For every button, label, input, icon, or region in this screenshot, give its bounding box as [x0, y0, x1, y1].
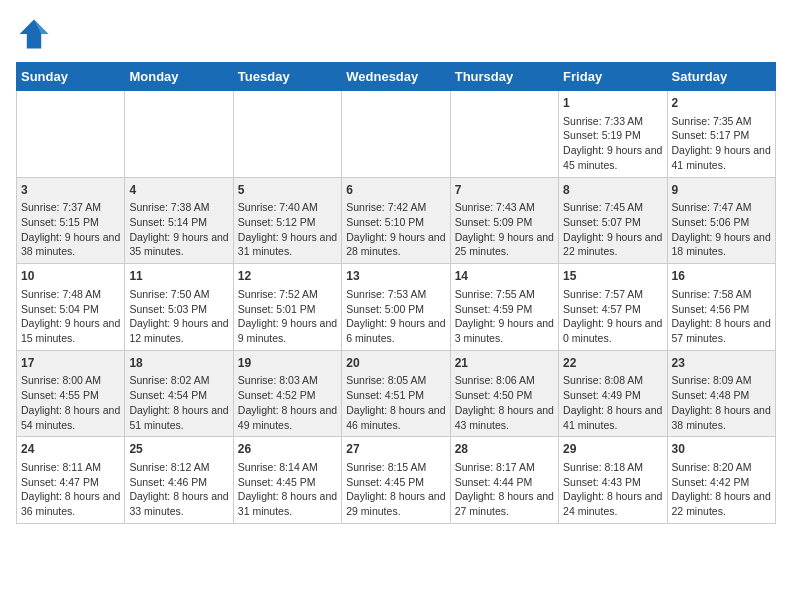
day-number: 22 — [563, 355, 662, 372]
sunset-text: Sunset: 4:57 PM — [563, 302, 662, 317]
day-number: 12 — [238, 268, 337, 285]
sunset-text: Sunset: 4:42 PM — [672, 475, 771, 490]
day-number: 24 — [21, 441, 120, 458]
calendar-cell: 13Sunrise: 7:53 AMSunset: 5:00 PMDayligh… — [342, 264, 450, 351]
day-number: 1 — [563, 95, 662, 112]
sunrise-text: Sunrise: 7:42 AM — [346, 200, 445, 215]
sunset-text: Sunset: 4:43 PM — [563, 475, 662, 490]
header-friday: Friday — [559, 63, 667, 91]
day-number: 30 — [672, 441, 771, 458]
calendar-cell: 1Sunrise: 7:33 AMSunset: 5:19 PMDaylight… — [559, 91, 667, 178]
sunset-text: Sunset: 5:09 PM — [455, 215, 554, 230]
logo — [16, 16, 56, 52]
sunset-text: Sunset: 4:55 PM — [21, 388, 120, 403]
daylight-text: Daylight: 8 hours and 54 minutes. — [21, 403, 120, 432]
daylight-text: Daylight: 9 hours and 45 minutes. — [563, 143, 662, 172]
day-number: 23 — [672, 355, 771, 372]
day-number: 15 — [563, 268, 662, 285]
daylight-text: Daylight: 9 hours and 22 minutes. — [563, 230, 662, 259]
sunset-text: Sunset: 4:45 PM — [346, 475, 445, 490]
sunrise-text: Sunrise: 8:03 AM — [238, 373, 337, 388]
sunset-text: Sunset: 5:10 PM — [346, 215, 445, 230]
sunrise-text: Sunrise: 8:11 AM — [21, 460, 120, 475]
sunrise-text: Sunrise: 8:08 AM — [563, 373, 662, 388]
daylight-text: Daylight: 9 hours and 31 minutes. — [238, 230, 337, 259]
sunset-text: Sunset: 5:06 PM — [672, 215, 771, 230]
daylight-text: Daylight: 9 hours and 12 minutes. — [129, 316, 228, 345]
sunrise-text: Sunrise: 8:09 AM — [672, 373, 771, 388]
daylight-text: Daylight: 9 hours and 41 minutes. — [672, 143, 771, 172]
day-number: 6 — [346, 182, 445, 199]
day-number: 17 — [21, 355, 120, 372]
sunrise-text: Sunrise: 8:18 AM — [563, 460, 662, 475]
sunset-text: Sunset: 4:44 PM — [455, 475, 554, 490]
calendar-week-3: 10Sunrise: 7:48 AMSunset: 5:04 PMDayligh… — [17, 264, 776, 351]
day-number: 14 — [455, 268, 554, 285]
sunrise-text: Sunrise: 7:43 AM — [455, 200, 554, 215]
calendar-cell — [342, 91, 450, 178]
sunrise-text: Sunrise: 7:40 AM — [238, 200, 337, 215]
sunset-text: Sunset: 4:52 PM — [238, 388, 337, 403]
day-number: 26 — [238, 441, 337, 458]
day-number: 29 — [563, 441, 662, 458]
sunset-text: Sunset: 5:14 PM — [129, 215, 228, 230]
sunrise-text: Sunrise: 7:45 AM — [563, 200, 662, 215]
calendar-cell: 5Sunrise: 7:40 AMSunset: 5:12 PMDaylight… — [233, 177, 341, 264]
sunrise-text: Sunrise: 7:33 AM — [563, 114, 662, 129]
calendar-cell: 7Sunrise: 7:43 AMSunset: 5:09 PMDaylight… — [450, 177, 558, 264]
sunrise-text: Sunrise: 7:47 AM — [672, 200, 771, 215]
daylight-text: Daylight: 9 hours and 3 minutes. — [455, 316, 554, 345]
day-number: 21 — [455, 355, 554, 372]
calendar-cell: 2Sunrise: 7:35 AMSunset: 5:17 PMDaylight… — [667, 91, 775, 178]
sunrise-text: Sunrise: 8:12 AM — [129, 460, 228, 475]
day-number: 20 — [346, 355, 445, 372]
calendar-cell: 22Sunrise: 8:08 AMSunset: 4:49 PMDayligh… — [559, 350, 667, 437]
daylight-text: Daylight: 9 hours and 0 minutes. — [563, 316, 662, 345]
calendar-cell: 27Sunrise: 8:15 AMSunset: 4:45 PMDayligh… — [342, 437, 450, 524]
sunset-text: Sunset: 5:17 PM — [672, 128, 771, 143]
sunrise-text: Sunrise: 7:50 AM — [129, 287, 228, 302]
sunset-text: Sunset: 4:48 PM — [672, 388, 771, 403]
sunrise-text: Sunrise: 7:57 AM — [563, 287, 662, 302]
calendar-cell: 9Sunrise: 7:47 AMSunset: 5:06 PMDaylight… — [667, 177, 775, 264]
daylight-text: Daylight: 8 hours and 46 minutes. — [346, 403, 445, 432]
sunrise-text: Sunrise: 7:58 AM — [672, 287, 771, 302]
sunset-text: Sunset: 5:01 PM — [238, 302, 337, 317]
calendar-cell: 3Sunrise: 7:37 AMSunset: 5:15 PMDaylight… — [17, 177, 125, 264]
sunset-text: Sunset: 4:50 PM — [455, 388, 554, 403]
calendar-cell: 18Sunrise: 8:02 AMSunset: 4:54 PMDayligh… — [125, 350, 233, 437]
calendar-cell: 29Sunrise: 8:18 AMSunset: 4:43 PMDayligh… — [559, 437, 667, 524]
daylight-text: Daylight: 8 hours and 24 minutes. — [563, 489, 662, 518]
daylight-text: Daylight: 9 hours and 18 minutes. — [672, 230, 771, 259]
calendar-cell: 25Sunrise: 8:12 AMSunset: 4:46 PMDayligh… — [125, 437, 233, 524]
daylight-text: Daylight: 9 hours and 9 minutes. — [238, 316, 337, 345]
header-monday: Monday — [125, 63, 233, 91]
sunrise-text: Sunrise: 8:15 AM — [346, 460, 445, 475]
calendar-cell — [125, 91, 233, 178]
day-number: 28 — [455, 441, 554, 458]
daylight-text: Daylight: 8 hours and 51 minutes. — [129, 403, 228, 432]
day-number: 7 — [455, 182, 554, 199]
daylight-text: Daylight: 8 hours and 43 minutes. — [455, 403, 554, 432]
calendar-cell: 23Sunrise: 8:09 AMSunset: 4:48 PMDayligh… — [667, 350, 775, 437]
daylight-text: Daylight: 9 hours and 25 minutes. — [455, 230, 554, 259]
calendar-cell — [450, 91, 558, 178]
sunrise-text: Sunrise: 8:06 AM — [455, 373, 554, 388]
daylight-text: Daylight: 9 hours and 38 minutes. — [21, 230, 120, 259]
header-tuesday: Tuesday — [233, 63, 341, 91]
day-number: 10 — [21, 268, 120, 285]
calendar: SundayMondayTuesdayWednesdayThursdayFrid… — [16, 62, 776, 524]
daylight-text: Daylight: 9 hours and 28 minutes. — [346, 230, 445, 259]
calendar-week-1: 1Sunrise: 7:33 AMSunset: 5:19 PMDaylight… — [17, 91, 776, 178]
page-header — [16, 16, 776, 52]
daylight-text: Daylight: 8 hours and 36 minutes. — [21, 489, 120, 518]
day-number: 9 — [672, 182, 771, 199]
day-number: 11 — [129, 268, 228, 285]
calendar-week-4: 17Sunrise: 8:00 AMSunset: 4:55 PMDayligh… — [17, 350, 776, 437]
calendar-cell: 26Sunrise: 8:14 AMSunset: 4:45 PMDayligh… — [233, 437, 341, 524]
calendar-cell: 16Sunrise: 7:58 AMSunset: 4:56 PMDayligh… — [667, 264, 775, 351]
calendar-cell: 15Sunrise: 7:57 AMSunset: 4:57 PMDayligh… — [559, 264, 667, 351]
calendar-cell: 6Sunrise: 7:42 AMSunset: 5:10 PMDaylight… — [342, 177, 450, 264]
sunset-text: Sunset: 4:45 PM — [238, 475, 337, 490]
sunset-text: Sunset: 4:49 PM — [563, 388, 662, 403]
